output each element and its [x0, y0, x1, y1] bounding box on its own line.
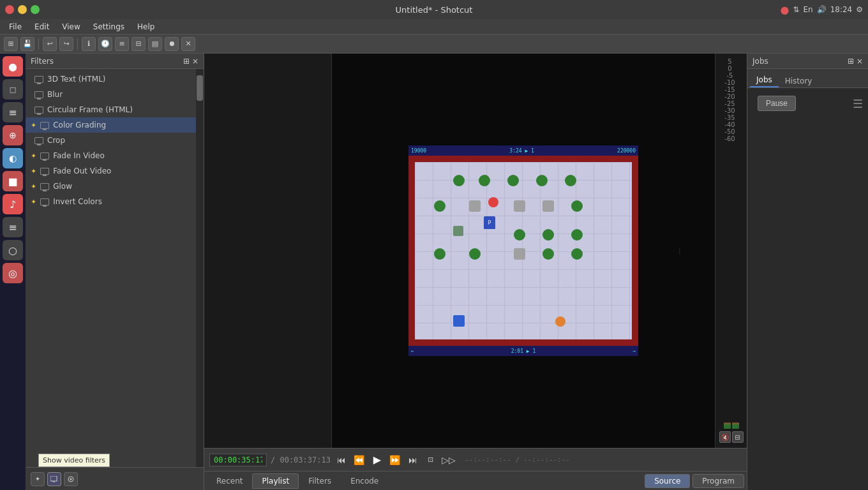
loop-button[interactable]: ⊡	[424, 453, 438, 467]
vu-label-10: -10	[724, 80, 737, 86]
minimize-button[interactable]	[18, 5, 27, 14]
filter-video-button[interactable]	[47, 472, 61, 486]
settings-icon[interactable]: ⚙	[856, 5, 863, 14]
skip-start-button[interactable]: ⏮	[334, 453, 348, 467]
vu-label-60: -60	[724, 136, 737, 142]
filter-item-blur[interactable]: Blur	[26, 87, 204, 102]
skip-end-button[interactable]: ⏭	[406, 453, 420, 467]
volume-icon: 🔊	[817, 5, 827, 14]
os-icon-1[interactable]: □	[3, 79, 23, 100]
os-icon-4[interactable]: ◐	[3, 148, 23, 168]
os-icon-7[interactable]: ≡	[3, 217, 23, 237]
menu-file[interactable]: File	[3, 21, 28, 33]
resize-handle[interactable]: ⋮	[677, 248, 683, 255]
vu-label-5n: -5	[727, 73, 736, 79]
maximize-button[interactable]	[31, 5, 40, 14]
timeline-button[interactable]: ▤	[148, 37, 162, 51]
tab-filters[interactable]: Filters	[299, 473, 341, 489]
rp-tab-history[interactable]: History	[779, 75, 819, 87]
filter-item-circular[interactable]: Circular Frame (HTML)	[26, 102, 204, 117]
filter-item-fadeout[interactable]: ✦ Fade Out Video	[26, 163, 204, 179]
filters-panel: Filters ⊞ × 3D Text (HTML) Blur Circular…	[26, 54, 204, 490]
filter-monitor-fadeout	[40, 168, 49, 175]
filters-title: Filters	[31, 57, 183, 66]
jobs-expand-icon[interactable]: ⊞	[848, 57, 854, 66]
menu-help[interactable]: Help	[131, 21, 161, 33]
filters-expand-icon[interactable]: ⊞	[183, 57, 190, 66]
filter-label-circular: Circular Frame (HTML)	[47, 105, 133, 114]
svg-rect-0	[50, 476, 57, 481]
secondary-timecode-in: --:--:--:-- /	[465, 456, 520, 464]
filter-audio-button[interactable]	[64, 472, 78, 486]
side-edit-panel	[204, 54, 332, 448]
timecode-input[interactable]	[209, 454, 267, 466]
vu-label-40: -40	[724, 122, 737, 128]
os-icon-6[interactable]: ♪	[3, 194, 23, 214]
recent-button[interactable]: 🕐	[98, 37, 112, 51]
system-tray: ● ⇅ En 🔊 18:24 ⚙	[775, 0, 868, 19]
filter-monitor-fadein	[40, 152, 49, 160]
toolbar: ⊞ 💾 ↩ ↪ ℹ 🕐 ≡ ⊟ ▤ ⏺ ✕	[0, 34, 868, 54]
menu-settings[interactable]: Settings	[87, 21, 131, 33]
vu-label-30: -30	[724, 108, 737, 114]
filter-item-colorgrading[interactable]: ✦ Color Grading	[26, 117, 204, 133]
filter-all-button[interactable]: ✦	[31, 472, 45, 486]
new-project-button[interactable]: ⊞	[4, 37, 18, 51]
filters-header: Filters ⊞ ×	[26, 54, 204, 69]
os-icon-9[interactable]: ◎	[3, 263, 23, 283]
tab-program[interactable]: Program	[692, 474, 744, 488]
vu-label-50: -50	[724, 129, 737, 135]
audio-settings-button[interactable]: ⊟	[732, 431, 744, 443]
os-sidebar: ● □ ≡ ⊕ ◐ ■ ♪ ≡ ○ ◎	[0, 54, 26, 490]
encode-button[interactable]: ⏺	[165, 37, 179, 51]
filter-star-colorgrading: ✦	[31, 121, 36, 130]
pause-button[interactable]: Pause	[758, 96, 796, 111]
filter-item-3dtext[interactable]: 3D Text (HTML)	[26, 71, 204, 87]
tabs-row: Recent Playlist Filters Encode Source Pr…	[204, 471, 747, 490]
duration-display: / 00:03:37:13	[271, 456, 331, 464]
os-icon-5[interactable]: ■	[3, 171, 23, 191]
playlist-button[interactable]: ≡	[115, 37, 129, 51]
vu-label-0: 0	[728, 66, 734, 72]
play-button[interactable]: ▶	[370, 453, 384, 467]
filters-button[interactable]: ⊟	[131, 37, 146, 51]
jobs-close-icon[interactable]: ×	[857, 57, 863, 66]
fast-forward-button[interactable]: ⏩	[388, 453, 402, 467]
rp-tab-jobs[interactable]: Jobs	[750, 73, 779, 87]
jobs-button[interactable]: ✕	[181, 37, 195, 51]
os-icon-2[interactable]: ≡	[3, 102, 23, 122]
filter-item-crop[interactable]: Crop	[26, 133, 204, 148]
os-icon-3[interactable]: ⊕	[3, 125, 23, 145]
properties-button[interactable]: ℹ	[82, 37, 96, 51]
menu-edit[interactable]: Edit	[28, 21, 56, 33]
undo-button[interactable]: ↩	[43, 37, 57, 51]
os-icon-0[interactable]: ●	[3, 56, 23, 77]
filters-scrollbar[interactable]	[196, 69, 204, 467]
filter-label-3dtext: 3D Text (HTML)	[47, 75, 106, 84]
tab-recent[interactable]: Recent	[207, 473, 252, 489]
record-icon: ●	[780, 4, 789, 16]
tab-source[interactable]: Source	[645, 474, 690, 488]
vu-label-25: -25	[724, 101, 737, 107]
game-score-left: 19000	[411, 148, 426, 154]
filter-label-fadein: Fade In Video	[53, 151, 105, 160]
filter-item-invert[interactable]: ✦ Invert Colors	[26, 194, 204, 209]
menu-view[interactable]: View	[56, 21, 86, 33]
os-icon-8[interactable]: ○	[3, 240, 23, 260]
more-transport-button[interactable]: ▷▷	[442, 453, 456, 467]
filters-scroll-thumb[interactable]	[197, 75, 203, 101]
save-button[interactable]: 💾	[20, 37, 34, 51]
filter-item-fadein[interactable]: ✦ Fade In Video	[26, 148, 204, 163]
close-button[interactable]	[5, 5, 14, 14]
tab-playlist[interactable]: Playlist	[252, 473, 299, 489]
redo-button[interactable]: ↪	[59, 37, 73, 51]
filters-close-icon[interactable]: ×	[192, 57, 198, 66]
filter-star-glow: ✦	[31, 182, 36, 191]
jobs-menu-icon[interactable]: ☰	[853, 97, 863, 110]
toolbar-separator-2	[77, 38, 78, 50]
tab-encode[interactable]: Encode	[341, 473, 388, 489]
mute-button[interactable]: 🔇	[719, 431, 731, 443]
filter-monitor-invert	[40, 198, 49, 205]
rewind-button[interactable]: ⏪	[352, 453, 366, 467]
filter-item-glow[interactable]: ✦ Glow	[26, 179, 204, 194]
